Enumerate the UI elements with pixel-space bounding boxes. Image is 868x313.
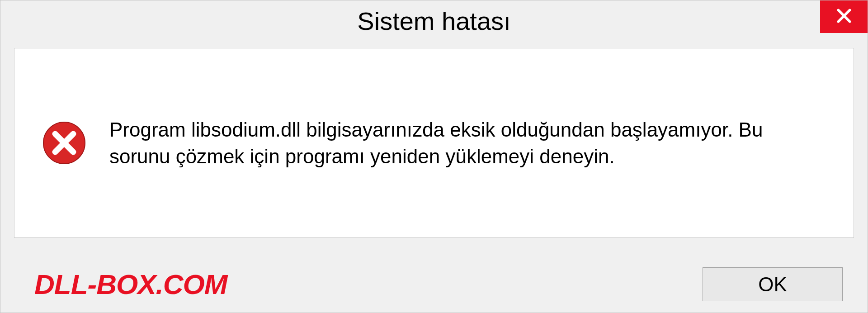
error-message: Program libsodium.dll bilgisayarınızda e…: [109, 116, 826, 170]
titlebar: Sistem hatası: [0, 0, 868, 41]
watermark-text: DLL-BOX.COM: [34, 268, 227, 300]
dialog-title: Sistem hatası: [357, 6, 510, 36]
close-button[interactable]: [820, 0, 868, 33]
ok-button[interactable]: OK: [703, 267, 843, 301]
error-icon: [42, 120, 87, 166]
dialog-footer: DLL-BOX.COM OK: [0, 256, 868, 313]
content-panel: Program libsodium.dll bilgisayarınızda e…: [14, 48, 854, 238]
error-dialog: Sistem hatası Program libsodium.dll bilg…: [0, 0, 868, 313]
close-icon: [835, 7, 853, 26]
